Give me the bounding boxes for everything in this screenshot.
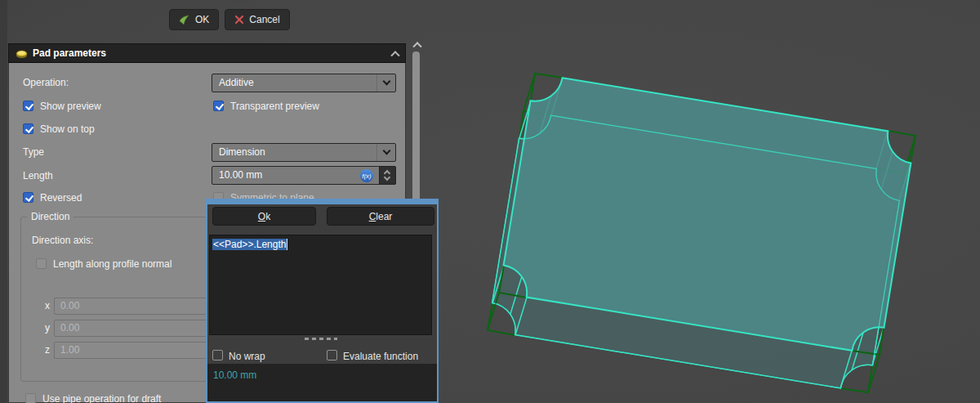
reversed-checkbox[interactable] <box>23 192 33 203</box>
x-label: x <box>45 300 50 311</box>
task-toolbar: OK Cancel <box>169 9 290 30</box>
length-value: 10.00 mm <box>219 169 262 181</box>
window-left-edge <box>0 0 7 403</box>
show-preview-label: Show preview <box>40 101 101 112</box>
expression-result-area: 10.00 mm <box>207 364 437 401</box>
collapse-chevron-icon[interactable] <box>390 51 399 60</box>
cancel-button[interactable]: Cancel <box>225 9 289 30</box>
expression-selected-text: <<Pad>>.Length <box>212 239 287 250</box>
direction-axis-label: Direction axis: <box>32 235 93 246</box>
splitter-handle[interactable] <box>305 338 337 340</box>
reversed-label: Reversed <box>40 192 82 204</box>
spin-down-icon <box>384 174 390 181</box>
cancel-x-icon <box>234 15 244 25</box>
y-input[interactable]: 0.00 <box>54 320 217 337</box>
use-pipe-checkbox[interactable] <box>25 393 36 403</box>
x-value: 0.00 <box>60 300 79 311</box>
pad-icon <box>16 48 28 59</box>
y-label: y <box>45 322 50 334</box>
direction-group-label: Direction <box>27 211 74 222</box>
chevron-down-icon <box>383 147 391 155</box>
transparent-preview-label: Transparent preview <box>230 101 319 112</box>
expression-ok-button[interactable]: Ok <box>212 207 316 226</box>
z-label: z <box>45 344 50 356</box>
panel-title: Pad parameters <box>33 47 392 59</box>
evaluate-function-label: Evaluate function <box>343 351 418 362</box>
type-value: Dimension <box>219 146 265 158</box>
operation-select[interactable]: Additive <box>212 74 396 92</box>
y-value: 0.00 <box>60 322 79 334</box>
evaluate-function-checkbox[interactable] <box>327 350 337 360</box>
length-spinner[interactable] <box>379 166 396 185</box>
expression-result-value: 10.00 mm <box>213 369 256 381</box>
operation-value: Additive <box>219 77 254 88</box>
use-pipe-label: Use pipe operation for draft <box>42 393 161 403</box>
x-input[interactable]: 0.00 <box>54 298 217 315</box>
profile-normal-label: Length along profile normal <box>53 258 172 270</box>
expression-fx-icon[interactable]: f(x) <box>360 169 373 182</box>
show-on-top-label: Show on top <box>40 123 95 135</box>
profile-normal-checkbox[interactable] <box>36 258 47 269</box>
expression-text-area[interactable]: <<Pad>>.Length <box>209 235 432 335</box>
no-wrap-checkbox[interactable] <box>212 350 223 360</box>
type-label: Type <box>23 146 44 158</box>
length-input[interactable]: 10.00 mm f(x) <box>212 166 396 185</box>
ok-button-label: OK <box>195 14 209 25</box>
z-value: 1.00 <box>60 344 79 356</box>
panel-header[interactable]: Pad parameters <box>8 43 406 63</box>
show-on-top-checkbox[interactable] <box>23 123 33 134</box>
operation-label: Operation: <box>23 77 69 88</box>
transparent-preview-checkbox[interactable] <box>213 101 224 111</box>
type-select[interactable]: Dimension <box>212 143 396 162</box>
scrollbar-up-button[interactable] <box>412 38 423 49</box>
ok-button[interactable]: OK <box>169 9 219 30</box>
z-input[interactable]: 1.00 <box>54 342 217 359</box>
length-label: Length <box>23 170 53 181</box>
no-wrap-label: No wrap <box>229 351 265 362</box>
expression-editor-popup: Ok Clear <<Pad>>.Length No wrap Evaluate… <box>206 199 439 403</box>
cancel-button-label: Cancel <box>249 14 279 25</box>
chevron-down-icon <box>383 78 391 86</box>
ok-check-icon <box>179 15 190 25</box>
expression-clear-button[interactable]: Clear <box>327 207 434 226</box>
show-preview-checkbox[interactable] <box>23 101 33 111</box>
